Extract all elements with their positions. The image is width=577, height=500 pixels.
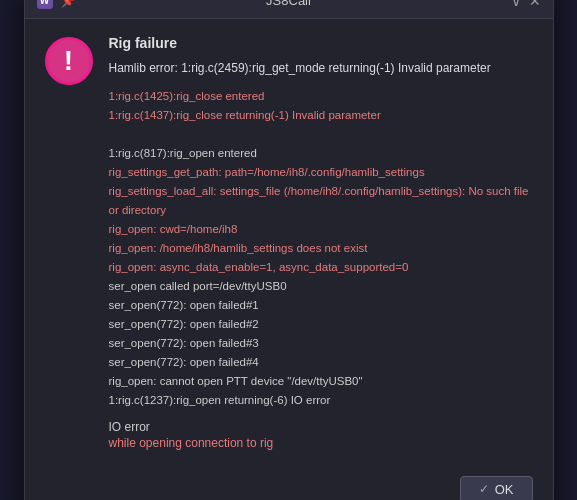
app-icon: W bbox=[37, 0, 53, 9]
log-line: ser_open called port=/dev/ttyUSB0 bbox=[109, 277, 533, 296]
title-bar-left: W 📌 bbox=[37, 0, 76, 9]
icon-area: ! bbox=[45, 37, 93, 449]
ok-button[interactable]: ✓ OK bbox=[460, 476, 533, 500]
io-error-description: while opening connection to rig bbox=[109, 436, 533, 450]
dialog-window: W 📌 JS8Call ∨ ✕ ! Rig failure Hamlib err… bbox=[24, 0, 554, 500]
log-line: rig_open: async_data_enable=1, async_dat… bbox=[109, 258, 533, 277]
dialog-footer: ✓ OK bbox=[25, 466, 553, 500]
log-line bbox=[109, 125, 533, 144]
ok-checkmark: ✓ bbox=[479, 482, 489, 496]
log-lines-container: 1:rig.c(1425):rig_close entered 1:rig.c(… bbox=[109, 87, 533, 409]
log-line: ser_open(772): open failed#4 bbox=[109, 353, 533, 372]
log-line: 1:rig.c(1237):rig_open returning(-6) IO … bbox=[109, 391, 533, 410]
io-error-section: IO error while opening connection to rig bbox=[109, 420, 533, 450]
log-line: ser_open(772): open failed#1 bbox=[109, 296, 533, 315]
log-line: or directory bbox=[109, 201, 533, 220]
log-line: rig_open: cannot open PTT device "/dev/t… bbox=[109, 372, 533, 391]
dialog-content: ! Rig failure Hamlib error: 1:rig.c(2459… bbox=[25, 19, 553, 465]
log-line: ser_open(772): open failed#3 bbox=[109, 334, 533, 353]
log-line: rig_settings_get_path: path=/home/ih8/.c… bbox=[109, 163, 533, 182]
window-controls: ∨ ✕ bbox=[511, 0, 541, 9]
hamlib-error-text: Hamlib error: 1:rig.c(2459):rig_get_mode… bbox=[109, 59, 533, 77]
log-line: rig_settings_load_all: settings_file (/h… bbox=[109, 182, 533, 201]
io-error-label: IO error bbox=[109, 420, 533, 434]
log-line: 1:rig.c(817):rig_open entered bbox=[109, 144, 533, 163]
dialog-heading: Rig failure bbox=[109, 35, 533, 51]
pin-icon[interactable]: 📌 bbox=[61, 0, 76, 8]
error-icon: ! bbox=[45, 37, 93, 85]
log-line: 1:rig.c(1425):rig_close entered bbox=[109, 87, 533, 106]
ok-button-label: OK bbox=[495, 482, 514, 497]
log-line: rig_open: cwd=/home/ih8 bbox=[109, 220, 533, 239]
window-title: JS8Call bbox=[266, 0, 311, 8]
message-area: Rig failure Hamlib error: 1:rig.c(2459):… bbox=[109, 35, 533, 449]
log-line: rig_open: /home/ih8/hamlib_settings does… bbox=[109, 239, 533, 258]
title-bar: W 📌 JS8Call ∨ ✕ bbox=[25, 0, 553, 19]
close-button[interactable]: ✕ bbox=[529, 0, 541, 9]
log-line: 1:rig.c(1437):rig_close returning(-1) In… bbox=[109, 106, 533, 125]
collapse-button[interactable]: ∨ bbox=[511, 0, 521, 9]
log-line: ser_open(772): open failed#2 bbox=[109, 315, 533, 334]
